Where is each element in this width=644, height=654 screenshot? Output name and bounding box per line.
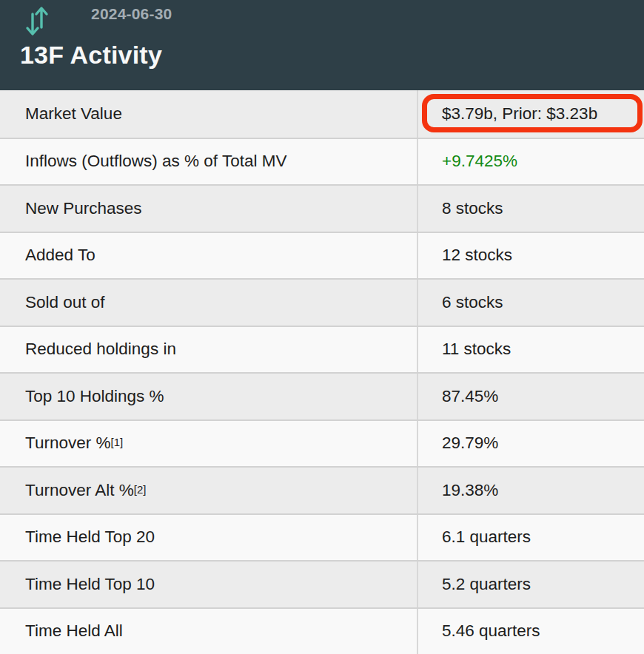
table-row-turnover-alt: Turnover Alt %[2] 19.38% [0, 466, 644, 513]
row-label: Inflows (Outflows) as % of Total MV [0, 139, 417, 185]
13f-activity-panel: 2024-06-30 13F Activity Market Value $3.… [0, 0, 644, 654]
row-label: Time Held All [0, 609, 417, 654]
table-row-time-held-top20: Time Held Top 20 6.1 quarters [0, 513, 644, 561]
table-row-reduced-holdings: Reduced holdings in 11 stocks [0, 326, 644, 373]
row-value: 5.2 quarters [417, 562, 644, 607]
row-value: 29.79% [417, 421, 644, 467]
row-label: Turnover Alt %[2] [0, 468, 417, 513]
row-value: 12 stocks [417, 233, 644, 279]
row-value: 19.38% [417, 468, 644, 513]
panel-header: 2024-06-30 13F Activity [0, 0, 644, 90]
row-label: Turnover %[1] [0, 421, 417, 467]
row-label: Reduced holdings in [0, 327, 417, 373]
row-label: New Purchases [0, 186, 417, 232]
page-title: 13F Activity [20, 41, 162, 70]
table-row-time-held-top10: Time Held Top 10 5.2 quarters [0, 560, 644, 607]
row-label: Added To [0, 233, 417, 279]
row-value: 6.1 quarters [417, 515, 644, 561]
row-value: 87.45% [417, 374, 644, 419]
table-row-market-value: Market Value $3.79b, Prior: $3.23b [0, 90, 644, 138]
row-value: +9.7425% [417, 139, 644, 185]
row-label: Top 10 Holdings % [0, 374, 417, 419]
table-row-top10-holdings: Top 10 Holdings % 87.45% [0, 372, 644, 419]
table-row-turnover: Turnover %[1] 29.79% [0, 419, 644, 467]
table-row-time-held-all: Time Held All 5.46 quarters [0, 607, 644, 654]
table-row-added-to: Added To 12 stocks [0, 232, 644, 279]
table-row-inflows: Inflows (Outflows) as % of Total MV +9.7… [0, 138, 644, 185]
row-value: 8 stocks [417, 186, 644, 232]
row-value: 5.46 quarters [417, 609, 644, 654]
report-date: 2024-06-30 [91, 5, 172, 23]
row-label: Time Held Top 20 [0, 515, 417, 561]
row-value: 11 stocks [417, 327, 644, 373]
swap-vertical-icon [24, 2, 50, 39]
row-value: 6 stocks [417, 280, 644, 326]
row-value: $3.79b, Prior: $3.23b [417, 90, 644, 138]
table-row-sold-out-of: Sold out of 6 stocks [0, 278, 644, 326]
row-label: Market Value [0, 90, 417, 138]
row-label: Time Held Top 10 [0, 562, 417, 607]
table-row-new-purchases: New Purchases 8 stocks [0, 184, 644, 232]
row-label: Sold out of [0, 280, 417, 326]
activity-table: Market Value $3.79b, Prior: $3.23b Inflo… [0, 90, 644, 654]
